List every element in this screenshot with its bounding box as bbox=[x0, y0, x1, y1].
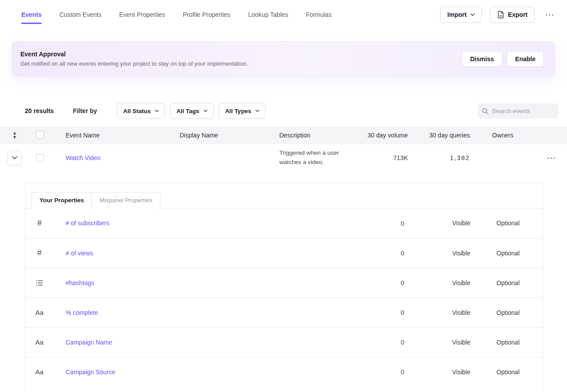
text-type-icon: Aa bbox=[35, 309, 43, 316]
properties-tab-bar: Your Properties Mixpanel Properties bbox=[25, 183, 543, 208]
status-filter-label: All Status bbox=[123, 108, 151, 114]
filter-by-label: Filter by bbox=[73, 107, 97, 114]
header-queries: 30 day queries bbox=[409, 132, 471, 139]
property-requirement: Optional bbox=[472, 309, 543, 316]
types-filter-label: All Types bbox=[225, 108, 251, 114]
export-button-label: Export bbox=[508, 11, 528, 18]
property-row: # # of subscribers 0 Visible Optional bbox=[25, 208, 543, 238]
property-visibility: Visible bbox=[405, 368, 472, 376]
property-visibility: Visible bbox=[405, 309, 472, 316]
export-button[interactable]: Export bbox=[490, 7, 535, 23]
nav-more-button[interactable]: ⋯ bbox=[543, 8, 557, 22]
nav-actions: Import Export ⋯ bbox=[440, 7, 557, 23]
property-link[interactable]: # of subscribers bbox=[54, 220, 343, 227]
property-visibility: Visible bbox=[405, 220, 472, 227]
property-count: 0 bbox=[343, 279, 405, 286]
property-count: 0 bbox=[343, 220, 405, 227]
filter-row: 20 results Filter by All Status All Tags… bbox=[25, 103, 558, 119]
property-row: # # of views 0 Visible Optional bbox=[25, 238, 543, 268]
property-requirement: Optional bbox=[472, 220, 543, 227]
property-visibility: Visible bbox=[405, 279, 472, 286]
search-events-box[interactable] bbox=[477, 103, 558, 118]
banner-actions: Dismiss Enable bbox=[461, 51, 544, 67]
status-filter-dropdown[interactable]: All Status bbox=[117, 103, 165, 119]
header-display-name: Display Name bbox=[172, 132, 271, 139]
list-type-icon bbox=[36, 280, 43, 286]
event-volume: 713K bbox=[356, 154, 409, 161]
property-requirement: Optional bbox=[472, 368, 543, 376]
banner-text: Event Approval Get notified on all new e… bbox=[20, 51, 248, 67]
property-requirement: Optional bbox=[472, 339, 543, 346]
chevron-down-icon bbox=[12, 156, 17, 159]
number-type-icon: # bbox=[37, 248, 42, 258]
property-link[interactable]: #hashtags bbox=[54, 279, 343, 286]
property-row: #hashtags 0 Visible Optional bbox=[25, 268, 543, 298]
tab-lookup-tables[interactable]: Lookup Tables bbox=[248, 11, 288, 18]
nav-tab-bar: Events Custom Events Event Properties Pr… bbox=[21, 11, 332, 18]
tags-filter-label: All Tags bbox=[176, 108, 199, 114]
collapse-all-icon[interactable] bbox=[12, 132, 18, 139]
tab-custom-events[interactable]: Custom Events bbox=[59, 11, 102, 18]
event-queries: 1,382 bbox=[409, 154, 471, 161]
header-description: Description bbox=[271, 132, 356, 139]
tab-mixpanel-properties[interactable]: Mixpanel Properties bbox=[92, 192, 160, 208]
select-all-checkbox[interactable] bbox=[36, 131, 44, 139]
search-input[interactable] bbox=[492, 108, 554, 114]
property-count: 0 bbox=[343, 309, 405, 316]
types-filter-dropdown[interactable]: All Types bbox=[219, 103, 266, 119]
dismiss-button[interactable]: Dismiss bbox=[461, 51, 502, 67]
chevron-down-icon bbox=[203, 110, 207, 112]
property-count: 0 bbox=[343, 338, 405, 346]
collapse-row-button[interactable] bbox=[8, 151, 22, 165]
results-count: 20 results bbox=[25, 107, 54, 114]
row-more-button[interactable]: ⋯ bbox=[544, 151, 559, 165]
property-requirement: Optional bbox=[472, 250, 543, 257]
tab-your-properties[interactable]: Your Properties bbox=[31, 192, 92, 208]
row-checkbox[interactable] bbox=[36, 154, 44, 162]
header-event-name: Event Name bbox=[58, 132, 172, 139]
property-row: Aa % complete 0 Visible Optional bbox=[25, 298, 543, 327]
text-type-icon: Aa bbox=[35, 368, 43, 376]
property-row: Aa Campaign Name 0 Visible Optional bbox=[25, 327, 543, 357]
top-navigation: Events Custom Events Event Properties Pr… bbox=[0, 0, 567, 29]
tab-profile-properties[interactable]: Profile Properties bbox=[183, 11, 230, 18]
tab-formulas[interactable]: Formulas bbox=[306, 11, 332, 18]
property-row: Aa Campaign Source 0 Visible Optional bbox=[25, 357, 543, 387]
tab-event-properties[interactable]: Event Properties bbox=[119, 11, 165, 18]
chevron-down-icon bbox=[155, 110, 159, 112]
events-table-header: Event Name Display Name Description 30 d… bbox=[0, 126, 567, 144]
property-link[interactable]: Campaign Source bbox=[54, 368, 343, 376]
banner-title: Event Approval bbox=[20, 51, 248, 58]
number-type-icon: # bbox=[37, 219, 42, 228]
property-visibility: Visible bbox=[405, 339, 472, 346]
property-link[interactable]: % complete bbox=[54, 309, 343, 316]
import-button-label: Import bbox=[447, 11, 467, 18]
export-file-icon bbox=[497, 11, 504, 19]
filter-dropdowns: All Status All Tags All Types bbox=[117, 103, 266, 119]
enable-button[interactable]: Enable bbox=[507, 51, 544, 67]
event-approval-banner: Event Approval Get notified on all new e… bbox=[12, 41, 555, 76]
tags-filter-dropdown[interactable]: All Tags bbox=[170, 103, 214, 119]
header-volume: 30 day volume bbox=[356, 132, 409, 139]
header-owners: Owners bbox=[471, 132, 536, 139]
banner-description: Get notified on all new events entering … bbox=[20, 60, 248, 67]
tab-events[interactable]: Events bbox=[21, 11, 42, 18]
event-name-link[interactable]: Watch Video bbox=[58, 154, 101, 161]
chevron-down-icon bbox=[470, 13, 475, 16]
search-icon bbox=[482, 108, 489, 114]
property-link[interactable]: Campaign Name bbox=[54, 339, 343, 346]
chevron-down-icon bbox=[255, 110, 259, 112]
property-requirement: Optional bbox=[472, 279, 543, 286]
property-count: 0 bbox=[343, 249, 405, 257]
properties-panel: Your Properties Mixpanel Properties # # … bbox=[25, 183, 543, 392]
event-row-watch-video: Watch Video Triggered when a user watche… bbox=[0, 144, 567, 172]
import-button[interactable]: Import bbox=[440, 7, 482, 23]
property-link[interactable]: # of views bbox=[54, 250, 343, 257]
property-count: 0 bbox=[343, 368, 405, 376]
property-visibility: Visible bbox=[405, 250, 472, 257]
text-type-icon: Aa bbox=[35, 338, 43, 346]
event-description: Triggered when a user watches a video. bbox=[271, 144, 356, 172]
